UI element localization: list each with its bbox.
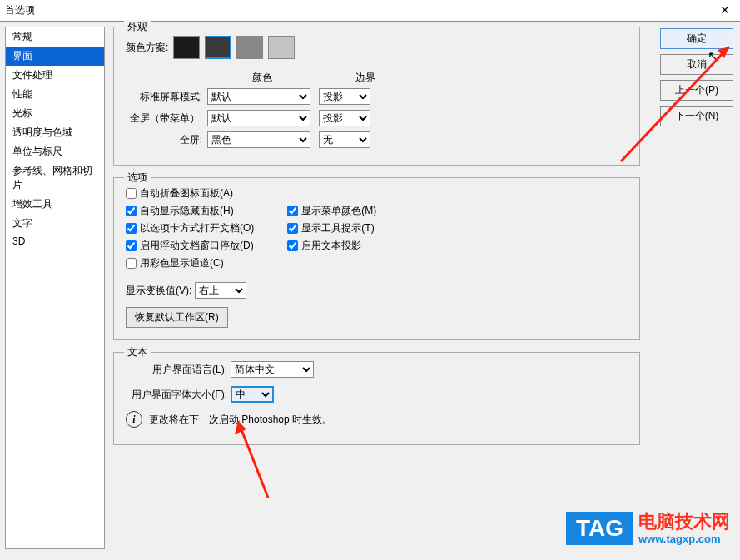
check-menucolor[interactable]: 显示菜单颜色(M) [287,204,376,218]
size-row: 用户界面字体大小(F): 中 [126,386,628,403]
sidebar-item-type[interactable]: 文字 [6,214,104,233]
check-textdrop[interactable]: 启用文本投影 [287,239,376,253]
info-text: 更改将在下一次启动 Photoshop 时生效。 [149,413,332,427]
sidebar: 常规 界面 文件处理 性能 光标 透明度与色域 单位与标尺 参考线、网格和切片 … [5,27,105,549]
swatch-medium[interactable] [236,36,263,59]
close-button[interactable]: ✕ [715,2,735,19]
check-floatdock[interactable]: 启用浮动文档窗口停放(D) [126,239,254,253]
info-row: i 更改将在下一次启动 Photoshop 时生效。 [126,411,628,428]
row-full: 全屏: 黑色 无 [126,131,628,148]
row-full-border[interactable]: 无 [319,131,370,148]
row-fullmenu: 全屏（带菜单）: 默认 投影 [126,110,628,126]
row-fullmenu-color[interactable]: 默认 [207,110,310,126]
sidebar-item-3d[interactable]: 3D [6,233,104,250]
appearance-fieldset: 外观 颜色方案: 颜色 边界 标准屏幕模式: 默认 投影 全屏（带菜单）: 默认… [113,27,640,166]
watermark-tag: TAG [566,512,633,545]
text-legend: 文本 [124,345,151,359]
row-standard-label: 标准屏幕模式: [126,90,207,104]
size-select[interactable]: 中 [231,386,274,403]
col-color: 颜色 [252,71,272,85]
appearance-legend: 外观 [124,20,151,34]
watermark-t2: www.tagxp.com [638,533,730,546]
info-icon: i [126,411,142,428]
color-scheme-label: 颜色方案: [126,41,168,55]
row-standard-color[interactable]: 默认 [207,88,310,105]
row-full-color[interactable]: 黑色 [207,131,310,148]
swatch-darkest[interactable] [173,36,200,59]
sidebar-item-general[interactable]: 常规 [6,27,104,47]
transform-label: 显示变换值(V): [126,284,191,298]
checkbox-col-left: 自动折叠图标面板(A) 自动显示隐藏面板(H) 以选项卡方式打开文档(O) 启用… [126,186,254,274]
sidebar-item-filehandling[interactable]: 文件处理 [6,66,104,85]
lang-label: 用户界面语言(L): [126,363,231,377]
sidebar-item-cursor[interactable]: 光标 [6,104,104,123]
window-title: 首选项 [5,3,35,17]
text-fieldset: 文本 用户界面语言(L): 简体中文 用户界面字体大小(F): 中 i 更改将在… [113,352,640,445]
row-fullmenu-label: 全屏（带菜单）: [126,112,207,126]
options-legend: 选项 [124,171,151,185]
watermark-text: 电脑技术网 www.tagxp.com [638,511,730,546]
check-tabs[interactable]: 以选项卡方式打开文档(O) [126,221,254,235]
color-scheme-row: 颜色方案: [126,36,628,59]
cancel-button[interactable]: 取消 [660,54,733,75]
ok-button[interactable]: 确定 [660,28,733,49]
lang-row: 用户界面语言(L): 简体中文 [126,361,628,378]
reset-workspace-button[interactable]: 恢复默认工作区(R) [126,307,228,328]
check-autoshow[interactable]: 自动显示隐藏面板(H) [126,204,254,218]
row-standard-border[interactable]: 投影 [319,88,370,105]
row-standard: 标准屏幕模式: 默认 投影 [126,88,628,105]
next-button[interactable]: 下一个(N) [660,106,733,126]
sidebar-item-units[interactable]: 单位与标尺 [6,142,104,161]
col-border: 边界 [355,71,375,85]
titlebar: 首选项 ✕ [0,0,740,22]
size-label: 用户界面字体大小(F): [126,388,231,402]
sidebar-item-transparency[interactable]: 透明度与色域 [6,123,104,142]
sidebar-item-guides[interactable]: 参考线、网格和切片 [6,161,104,195]
check-tooltips[interactable]: 显示工具提示(T) [287,221,376,235]
watermark: TAG 电脑技术网 www.tagxp.com [566,511,730,546]
check-colorchannel[interactable]: 用彩色显示通道(C) [126,256,254,270]
sidebar-item-plugins[interactable]: 增效工具 [6,195,104,214]
checkbox-area: 自动折叠图标面板(A) 自动显示隐藏面板(H) 以选项卡方式打开文档(O) 启用… [126,186,628,274]
transform-row: 显示变换值(V): 右上 [126,282,628,299]
watermark-t1: 电脑技术网 [638,511,730,533]
row-full-label: 全屏: [126,133,207,147]
swatch-dark[interactable] [205,36,231,59]
check-autocollapse[interactable]: 自动折叠图标面板(A) [126,186,254,201]
transform-select[interactable]: 右上 [195,282,246,299]
grid-header: 颜色 边界 [126,71,628,85]
prev-button[interactable]: 上一个(P) [660,80,733,101]
lang-select[interactable]: 简体中文 [231,361,314,378]
sidebar-item-performance[interactable]: 性能 [6,85,104,104]
swatch-light[interactable] [268,36,295,59]
options-fieldset: 选项 自动折叠图标面板(A) 自动显示隐藏面板(H) 以选项卡方式打开文档(O)… [113,177,640,340]
sidebar-item-interface[interactable]: 界面 [6,47,104,66]
main-area: 常规 界面 文件处理 性能 光标 透明度与色域 单位与标尺 参考线、网格和切片 … [0,22,740,554]
button-column: 确定 取消 上一个(P) 下一个(N) ↖ [660,28,733,126]
content-area: 确定 取消 上一个(P) 下一个(N) ↖ 外观 颜色方案: 颜色 边界 标准屏… [105,22,740,554]
checkbox-col-right: 显示菜单颜色(M) 显示工具提示(T) 启用文本投影 [287,204,376,274]
row-fullmenu-border[interactable]: 投影 [319,110,370,126]
